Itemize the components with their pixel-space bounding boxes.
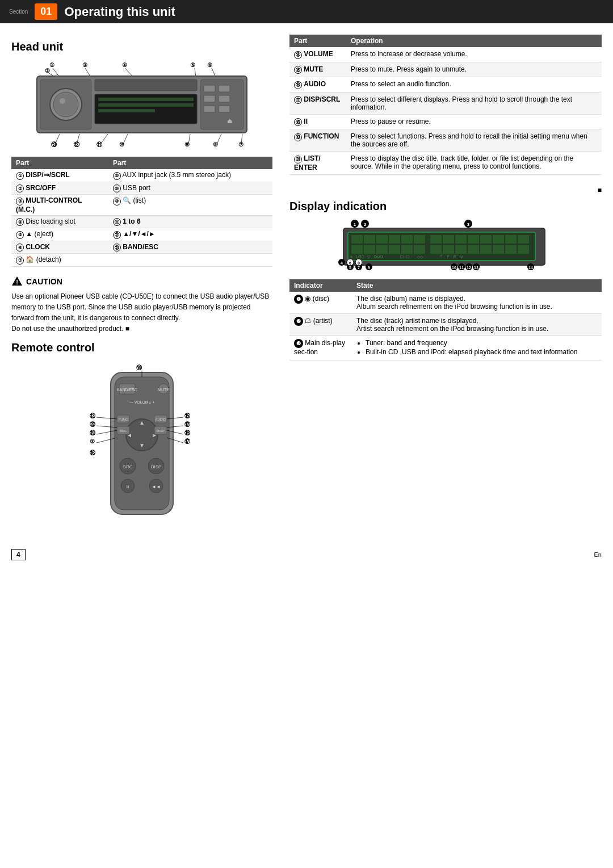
svg-text:11: 11 <box>459 266 464 270</box>
svg-text:◇◇: ◇◇ <box>417 255 423 259</box>
svg-text:③: ③ <box>82 62 87 68</box>
table-row: ③ MULTI-CONTROL(M.C.) ⑩ 🔍 (list) <box>11 195 272 216</box>
display-indication-heading: Display indication <box>289 200 602 213</box>
part-num-5: ⑤ ▲ (eject) <box>11 228 108 241</box>
svg-rect-120 <box>480 245 492 254</box>
op-desc-18: Press to pause or resume. <box>346 114 602 129</box>
ind-1: ❶ ◉ (disc) <box>289 292 352 314</box>
svg-text:7: 7 <box>358 266 360 270</box>
table-row: ⑦ 🏠 (detach) <box>11 254 272 267</box>
section-end-indicator: ■ <box>289 186 602 194</box>
left-column: Head unit ① ② ③ ④ ⑤ ⑥ <box>11 35 284 533</box>
svg-text:DISP: DISP <box>157 429 165 433</box>
remote-diagram-wrapper: BAND/ESC MUTE — VOLUME + ▲ ▼ ◄ ► FUNC SR… <box>79 361 204 533</box>
parts-col-header-1: Part <box>11 157 108 169</box>
part-num-8: ⑧ AUX input jack (3.5 mm stereo jack) <box>108 169 272 182</box>
svg-text:2: 2 <box>364 222 367 227</box>
svg-text:⏏: ⏏ <box>227 118 232 124</box>
part-num-11: ⑪ 1 to 6 <box>108 215 272 228</box>
svg-text:8: 8 <box>358 261 360 265</box>
svg-rect-19 <box>98 98 194 101</box>
part-num-10: ⑩ 🔍 (list) <box>108 195 272 216</box>
svg-text:⑬: ⑬ <box>51 141 57 148</box>
svg-text:LOC: LOC <box>356 255 364 259</box>
svg-rect-122 <box>505 245 517 254</box>
svg-text:·: · <box>427 236 429 242</box>
page-number: 4 <box>11 549 26 560</box>
svg-rect-100 <box>414 235 425 244</box>
caution-body: Use an optional Pioneer USB cable (CD-U5… <box>11 291 272 335</box>
svg-text:!: ! <box>16 279 18 286</box>
table-row: ⑤ ▲ (eject) ⑫ ▲/▼/◄/► <box>11 228 272 241</box>
remote-control-heading: Remote control <box>11 341 272 354</box>
svg-rect-99 <box>401 235 413 244</box>
svg-text:⑬: ⑬ <box>90 413 96 419</box>
table-row: ❷ ☖ (artist) The disc (track) artist nam… <box>289 313 602 336</box>
svg-line-39 <box>100 134 108 144</box>
op-desc-17: Press to select different displays. Pres… <box>346 92 602 114</box>
table-row: ⑳ LIST/ENTER Press to display the disc t… <box>289 152 602 175</box>
svg-text:SRC: SRC <box>120 429 127 433</box>
op-part-15: ⑮ MUTE <box>289 62 346 77</box>
svg-rect-109 <box>518 235 529 244</box>
op-col-part: Part <box>289 35 346 47</box>
remote-control-diagram: BAND/ESC MUTE — VOLUME + ▲ ▼ ◄ ► FUNC SR… <box>79 361 204 531</box>
svg-text:R: R <box>454 255 456 259</box>
page-footer: 4 En <box>0 544 613 565</box>
op-desc-20: Press to display the disc title, track t… <box>346 152 602 175</box>
parts-col-header-2: Part <box>108 157 272 169</box>
section-title: Operating this unit <box>64 5 175 19</box>
op-desc-15: Press to mute. Press again to unmute. <box>346 62 602 77</box>
svg-rect-21 <box>98 109 155 112</box>
part-num-13: ⑬ BAND/ESC <box>108 241 272 254</box>
svg-rect-106 <box>480 235 492 244</box>
section-header: Section 01 Operating this unit <box>0 0 613 23</box>
svg-text:DUO: DUO <box>374 255 383 259</box>
svg-text:— VOLUME +: — VOLUME + <box>129 400 155 404</box>
display-diagram: · <box>289 220 602 271</box>
svg-rect-98 <box>389 235 400 244</box>
op-part-20: ⑳ LIST/ENTER <box>289 152 346 175</box>
svg-rect-116 <box>430 245 442 254</box>
svg-rect-96 <box>364 235 375 244</box>
ind-state-1: The disc (album) name is displayed.Album… <box>352 292 602 314</box>
svg-rect-112 <box>376 245 388 254</box>
svg-text:⑯: ⑯ <box>184 430 191 436</box>
indicator-table: Indicator State ❶ ◉ (disc) The disc (alb… <box>289 279 602 360</box>
svg-text:≡: ≡ <box>350 255 352 259</box>
part-num-3: ③ MULTI-CONTROL(M.C.) <box>11 195 108 216</box>
svg-text:☐: ☐ <box>406 255 409 259</box>
right-column: Part Operation ⑭ VOLUME Press to increas… <box>284 35 602 533</box>
svg-text:☐: ☐ <box>400 255 404 259</box>
svg-line-42 <box>217 134 221 144</box>
svg-text:◄◄: ◄◄ <box>152 484 161 489</box>
svg-text:SRC: SRC <box>123 464 133 469</box>
table-row: ① DISP/⇒/SCRL ⑧ AUX input jack (3.5 mm s… <box>11 169 272 182</box>
svg-text:⑱: ⑱ <box>90 450 96 456</box>
op-desc-14: Press to increase or decrease volume. <box>346 47 602 62</box>
svg-rect-17 <box>95 79 197 91</box>
svg-rect-110 <box>351 245 363 254</box>
svg-rect-28 <box>219 106 230 112</box>
op-part-19: ⑲ FUNCTION <box>289 129 346 152</box>
op-col-operation: Operation <box>346 35 602 47</box>
svg-text:MUTE: MUTE <box>158 388 169 392</box>
part-num-1: ① DISP/⇒/SCRL <box>11 169 108 182</box>
part-empty <box>108 254 272 267</box>
ind-2: ❷ ☖ (artist) <box>289 313 352 336</box>
svg-text:12: 12 <box>467 266 471 270</box>
svg-rect-117 <box>443 245 454 254</box>
svg-text:DISP: DISP <box>151 464 162 469</box>
svg-rect-113 <box>389 245 400 254</box>
svg-rect-102 <box>430 235 442 244</box>
svg-text:⑥: ⑥ <box>207 62 212 68</box>
part-num-6: ⑥ CLOCK <box>11 241 108 254</box>
svg-text:⑤: ⑤ <box>190 62 195 68</box>
table-row: ⑰ DISP/SCRL Press to select different di… <box>289 92 602 114</box>
ind-3: ❸ Main dis-play sec-tion <box>289 336 352 360</box>
svg-rect-105 <box>468 235 479 244</box>
head-unit-heading: Head unit <box>11 40 272 53</box>
op-part-18: ⑱ II <box>289 114 346 129</box>
table-row: ⑲ FUNCTION Press to select functions. Pr… <box>289 129 602 152</box>
table-row: ④ Disc loading slot ⑪ 1 to 6 <box>11 215 272 228</box>
